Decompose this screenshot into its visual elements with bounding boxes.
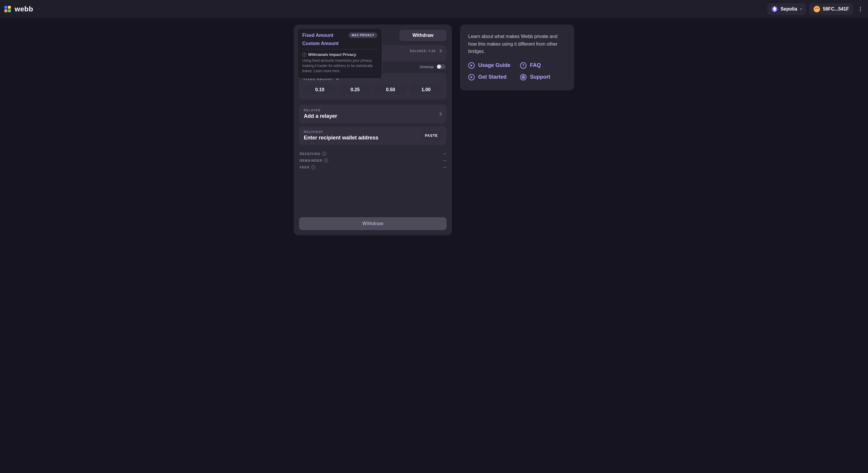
preset-3[interactable]: 1.00	[410, 85, 442, 95]
relayer-selector[interactable]: RELAYER Add a relayer	[299, 105, 446, 123]
remainder-label: REMAINDER	[300, 159, 322, 162]
popover-option-fixed[interactable]: Fixed Amount	[302, 33, 333, 38]
summary: RECEIVING i -- REMAINDER i -- FEES i --	[299, 150, 446, 170]
paste-button[interactable]: PASTE	[421, 131, 442, 141]
link-usage-guide[interactable]: Usage Guide	[468, 62, 514, 69]
svg-point-7	[860, 7, 861, 8]
preset-2[interactable]: 0.50	[375, 85, 406, 95]
ethereum-icon	[772, 6, 778, 12]
max-privacy-badge: MAX PRIVACY	[348, 32, 377, 38]
play-icon	[468, 74, 475, 80]
link-faq[interactable]: ? FAQ	[520, 62, 566, 69]
svg-point-10	[522, 76, 525, 79]
logo-mark-icon	[3, 5, 12, 13]
link-get-started[interactable]: Get Started	[468, 74, 514, 80]
chevron-down-icon: ▾	[800, 7, 802, 11]
svg-point-8	[860, 8, 861, 10]
network-selector[interactable]: Sepolia ▾	[767, 3, 806, 15]
withdraw-button[interactable]: Withdraw	[299, 217, 446, 230]
lifering-icon	[520, 74, 526, 80]
fees-label: FEES	[300, 165, 310, 169]
info-icon[interactable]: i	[311, 165, 315, 169]
info-icon[interactable]: i	[324, 159, 328, 163]
popover-note-heading: i Withrawals Impact Privacy	[302, 52, 377, 57]
preset-0[interactable]: 0.10	[304, 85, 336, 95]
wallet-avatar-icon	[813, 6, 820, 12]
recipient-overline: RECIPIENT	[304, 130, 417, 134]
fees-value: --	[443, 165, 446, 169]
main-area: Fixed Amount MAX PRIVACY Custom Amount i…	[0, 18, 868, 247]
wallet-button[interactable]: 58FC...541F	[809, 3, 854, 15]
receiving-label: RECEIVING	[300, 152, 320, 156]
info-text: Learn about what makes Webb private and …	[468, 33, 566, 55]
svg-rect-0	[4, 6, 7, 9]
link-label: Support	[530, 74, 550, 80]
unwrap-label: Unwrap	[420, 65, 434, 69]
network-name: Sepolia	[780, 6, 797, 12]
svg-point-9	[860, 10, 861, 11]
unwrap-toggle[interactable]	[437, 64, 445, 69]
info-icon: i	[302, 53, 306, 57]
receiving-value: --	[443, 151, 446, 156]
remainder-value: --	[443, 158, 446, 163]
question-icon: ?	[520, 62, 526, 69]
link-label: Get Started	[478, 74, 506, 80]
toggle-knob	[437, 65, 441, 69]
link-support[interactable]: Support	[520, 74, 566, 80]
svg-rect-2	[4, 9, 7, 12]
info-card: Learn about what makes Webb private and …	[460, 25, 574, 90]
amount-mode-popover: Fixed Amount MAX PRIVACY Custom Amount i…	[297, 28, 382, 79]
popover-divider	[302, 49, 378, 49]
more-menu-button[interactable]	[856, 5, 865, 13]
app-name: webb	[14, 5, 33, 13]
relayer-overline: RELAYER	[304, 109, 337, 112]
chevron-right-icon	[440, 49, 442, 53]
svg-point-5	[816, 8, 816, 9]
token-balance: BALANCE: 0.08	[410, 49, 435, 53]
svg-point-4	[814, 6, 819, 12]
amount-presets: 0.10 0.25 0.50 1.00	[304, 85, 442, 95]
recipient-input[interactable]	[304, 135, 417, 141]
play-icon	[468, 62, 475, 69]
chevron-right-icon	[440, 112, 442, 116]
popover-note-body: Using fixed amounts maximizes your priva…	[302, 58, 377, 74]
svg-rect-3	[8, 9, 11, 12]
withdraw-card: Fixed Amount MAX PRIVACY Custom Amount i…	[294, 25, 452, 235]
app-logo: webb	[3, 5, 33, 13]
svg-point-6	[817, 8, 818, 9]
relayer-title: Add a relayer	[304, 113, 337, 119]
preset-1[interactable]: 0.25	[339, 85, 371, 95]
svg-rect-1	[8, 6, 11, 9]
info-icon[interactable]: i	[322, 152, 326, 156]
wallet-address: 58FC...541F	[823, 6, 849, 12]
link-label: Usage Guide	[478, 62, 510, 68]
popover-option-custom[interactable]: Custom Amount	[302, 41, 339, 46]
svg-point-11	[523, 77, 524, 78]
app-header: webb Sepolia ▾ 58FC...541F	[0, 0, 868, 18]
recipient-field: RECIPIENT PASTE	[299, 126, 446, 145]
tab-withdraw[interactable]: Withdraw	[400, 30, 446, 41]
info-links: Usage Guide ? FAQ Get Started Support	[468, 62, 566, 80]
popover-note-title: Withrawals Impact Privacy	[308, 52, 356, 57]
link-label: FAQ	[530, 62, 541, 68]
